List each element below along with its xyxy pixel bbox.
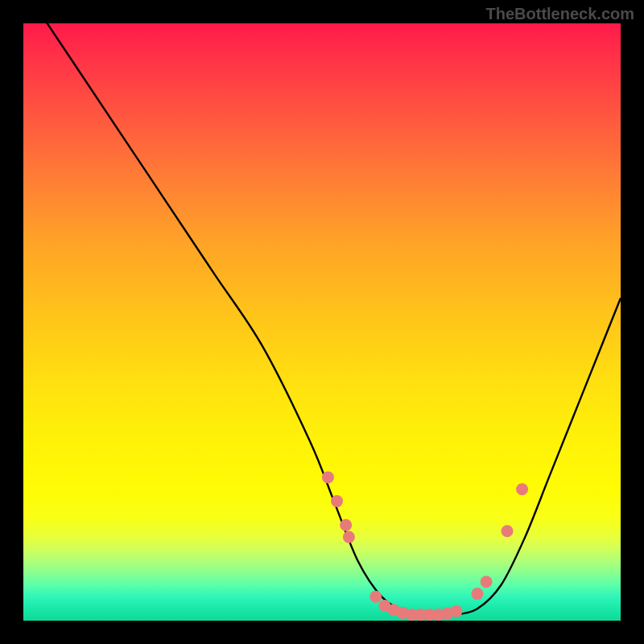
curve-line <box>23 23 621 615</box>
highlight-dot <box>343 531 355 543</box>
bottleneck-curve <box>23 23 621 615</box>
highlight-dot <box>369 591 382 603</box>
highlight-dot <box>331 495 343 507</box>
chart-container: TheBottleneck.com <box>0 0 644 644</box>
plot-area <box>23 23 621 621</box>
watermark-text: TheBottleneck.com <box>486 5 634 23</box>
curve-svg <box>23 23 621 621</box>
highlight-dot <box>340 519 352 531</box>
highlight-dot <box>450 605 462 617</box>
highlight-dot <box>502 525 514 537</box>
highlight-dot <box>481 576 493 588</box>
highlight-dot <box>322 471 334 483</box>
highlight-dot <box>471 588 483 600</box>
highlight-markers <box>322 471 528 621</box>
highlight-dot <box>516 483 528 495</box>
